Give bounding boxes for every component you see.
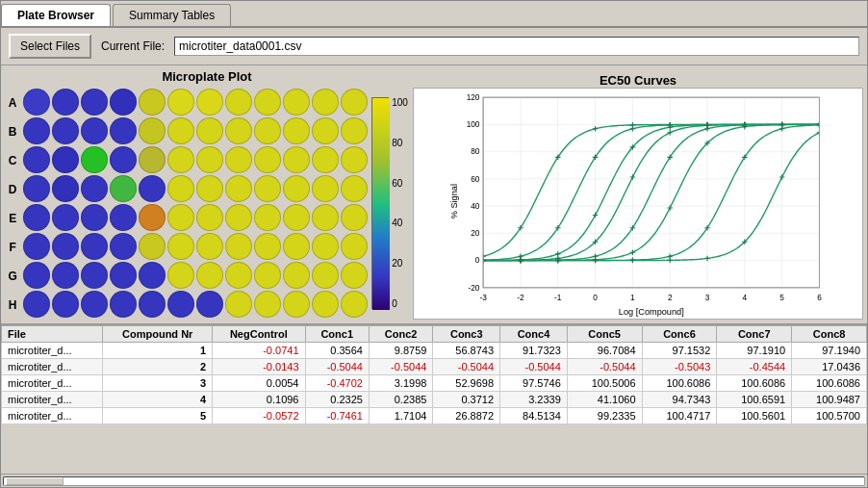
well-7-11[interactable]	[341, 291, 368, 318]
well-7-4[interactable]	[139, 291, 166, 318]
well-4-4[interactable]	[139, 204, 166, 231]
table-row[interactable]: microtiter_d...40.10960.23250.23850.3712…	[2, 392, 867, 408]
well-1-7[interactable]	[225, 117, 252, 144]
well-6-7[interactable]	[225, 262, 252, 289]
well-4-1[interactable]	[52, 204, 79, 231]
well-2-1[interactable]	[52, 146, 79, 173]
data-table-wrapper[interactable]: FileCompound NrNegControlConc1Conc2Conc3…	[1, 325, 867, 474]
well-3-6[interactable]	[196, 175, 223, 202]
well-2-4[interactable]	[139, 146, 166, 173]
well-5-1[interactable]	[52, 233, 79, 260]
well-2-0[interactable]	[23, 146, 50, 173]
tab-summary-tables[interactable]: Summary Tables	[113, 4, 231, 26]
well-3-1[interactable]	[52, 175, 79, 202]
well-4-6[interactable]	[196, 204, 223, 231]
scrollbar-thumb[interactable]	[6, 477, 64, 485]
well-2-7[interactable]	[225, 146, 252, 173]
well-0-6[interactable]	[196, 89, 223, 116]
well-7-9[interactable]	[283, 291, 310, 318]
table-row[interactable]: microtiter_d...1-0.07410.35649.875956.87…	[2, 343, 867, 359]
well-6-8[interactable]	[254, 262, 281, 289]
well-3-0[interactable]	[23, 175, 50, 202]
well-3-2[interactable]	[81, 175, 108, 202]
well-3-7[interactable]	[225, 175, 252, 202]
well-7-0[interactable]	[23, 291, 50, 318]
well-1-10[interactable]	[312, 117, 339, 144]
well-5-2[interactable]	[81, 233, 108, 260]
well-6-5[interactable]	[167, 262, 194, 289]
well-6-2[interactable]	[81, 262, 108, 289]
tab-plate-browser[interactable]: Plate Browser	[1, 4, 111, 26]
well-0-1[interactable]	[52, 89, 79, 116]
well-7-5[interactable]	[167, 291, 194, 318]
well-6-9[interactable]	[283, 262, 310, 289]
well-0-2[interactable]	[81, 89, 108, 116]
well-6-3[interactable]	[110, 262, 137, 289]
well-2-2[interactable]	[81, 146, 108, 173]
well-6-4[interactable]	[139, 262, 166, 289]
well-2-6[interactable]	[196, 146, 223, 173]
well-2-5[interactable]	[167, 146, 194, 173]
well-1-2[interactable]	[81, 117, 108, 144]
well-5-3[interactable]	[110, 233, 137, 260]
well-6-10[interactable]	[312, 262, 339, 289]
well-4-8[interactable]	[254, 204, 281, 231]
well-4-7[interactable]	[225, 204, 252, 231]
well-0-3[interactable]	[110, 89, 137, 116]
well-5-9[interactable]	[283, 233, 310, 260]
well-1-6[interactable]	[196, 117, 223, 144]
well-4-10[interactable]	[312, 204, 339, 231]
well-4-5[interactable]	[167, 204, 194, 231]
well-5-6[interactable]	[196, 233, 223, 260]
well-3-9[interactable]	[283, 175, 310, 202]
well-2-9[interactable]	[283, 146, 310, 173]
table-row[interactable]: microtiter_d...5-0.0572-0.74611.710426.8…	[2, 408, 867, 424]
well-6-11[interactable]	[341, 262, 368, 289]
well-7-2[interactable]	[81, 291, 108, 318]
well-5-10[interactable]	[312, 233, 339, 260]
well-7-10[interactable]	[312, 291, 339, 318]
well-0-7[interactable]	[225, 89, 252, 116]
well-1-8[interactable]	[254, 117, 281, 144]
horizontal-scrollbar[interactable]	[1, 474, 867, 487]
well-4-9[interactable]	[283, 204, 310, 231]
well-5-5[interactable]	[167, 233, 194, 260]
well-7-7[interactable]	[225, 291, 252, 318]
well-0-9[interactable]	[283, 89, 310, 116]
well-1-3[interactable]	[110, 117, 137, 144]
select-files-button[interactable]: Select Files	[9, 34, 91, 59]
well-0-5[interactable]	[167, 89, 194, 116]
well-5-0[interactable]	[23, 233, 50, 260]
well-2-11[interactable]	[341, 146, 368, 173]
well-3-5[interactable]	[167, 175, 194, 202]
well-0-4[interactable]	[139, 89, 166, 116]
well-5-8[interactable]	[254, 233, 281, 260]
well-3-10[interactable]	[312, 175, 339, 202]
well-6-1[interactable]	[52, 262, 79, 289]
table-row[interactable]: microtiter_d...30.0054-0.47023.199852.96…	[2, 375, 867, 392]
well-2-8[interactable]	[254, 146, 281, 173]
well-5-7[interactable]	[225, 233, 252, 260]
well-1-1[interactable]	[52, 117, 79, 144]
well-4-2[interactable]	[81, 204, 108, 231]
well-3-3[interactable]	[110, 175, 137, 202]
current-file-input[interactable]	[174, 37, 859, 56]
well-5-4[interactable]	[139, 233, 166, 260]
well-4-3[interactable]	[110, 204, 137, 231]
well-1-4[interactable]	[139, 117, 166, 144]
well-0-11[interactable]	[341, 89, 368, 116]
well-6-0[interactable]	[23, 262, 50, 289]
well-1-0[interactable]	[23, 117, 50, 144]
well-7-3[interactable]	[110, 291, 137, 318]
well-6-6[interactable]	[196, 262, 223, 289]
well-1-11[interactable]	[341, 117, 368, 144]
well-0-0[interactable]	[23, 89, 50, 116]
well-4-0[interactable]	[23, 204, 50, 231]
well-7-8[interactable]	[254, 291, 281, 318]
well-1-5[interactable]	[167, 117, 194, 144]
well-7-1[interactable]	[52, 291, 79, 318]
well-2-10[interactable]	[312, 146, 339, 173]
well-5-11[interactable]	[341, 233, 368, 260]
well-3-11[interactable]	[341, 175, 368, 202]
well-0-8[interactable]	[254, 89, 281, 116]
